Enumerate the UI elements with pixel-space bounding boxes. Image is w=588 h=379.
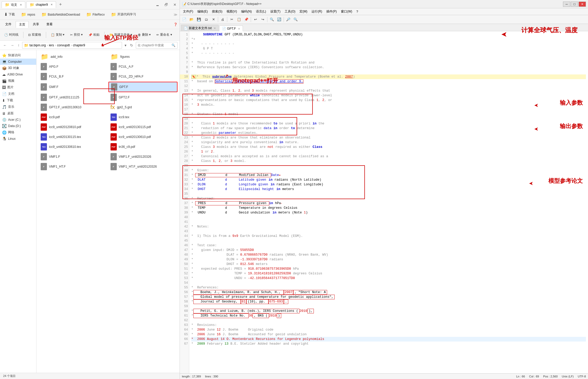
forward-button[interactable]: →	[9, 43, 15, 48]
menu-language[interactable]: 语言(L)	[254, 9, 268, 14]
close-button[interactable]: ✕	[579, 2, 586, 7]
menu-macro[interactable]: 宏(M)	[297, 9, 309, 14]
file-gptf[interactable]: F GPT.F	[108, 82, 178, 92]
close-tab-chapter9[interactable]: ✕	[51, 3, 53, 6]
help-icon[interactable]: ❓	[174, 23, 177, 26]
file-apgf[interactable]: F APG.F	[39, 62, 108, 71]
close-button-tb[interactable]: ✕	[210, 16, 217, 23]
up-button[interactable]: ↑	[17, 43, 21, 48]
maximize-icon[interactable]: 🗗	[163, 2, 170, 7]
dropdown-icon[interactable]: ▾	[124, 43, 127, 48]
close-tab-txt[interactable]: ✕	[214, 27, 216, 30]
sidebar-item-pictures[interactable]: 🖼 图片	[0, 84, 36, 91]
btn-cut[interactable]: ✂剪切 ▾	[68, 31, 84, 38]
breadcrumb[interactable]: 📁 tai.bipm.org › iers › convupdt › chapt…	[22, 42, 122, 49]
tab-lunwen[interactable]: 📁 论文 ✕	[2, 1, 25, 8]
tab-gptf[interactable]: 📄 GPT.F ✕	[219, 26, 243, 31]
sidebar-item-driveC[interactable]: 💿 Acer (C:)	[0, 117, 36, 123]
search-box[interactable]: 🔍	[136, 42, 177, 49]
file-gpt2-5[interactable]: fx gpt2_5.grd	[108, 103, 178, 112]
file-vmf1ht[interactable]: F VMF1_HT.F	[39, 162, 108, 171]
search-input[interactable]	[138, 43, 172, 47]
sidebar-item-driveD[interactable]: 💽 Data (D:)	[0, 123, 36, 129]
menu-edit[interactable]: 编辑(E)	[195, 9, 210, 14]
file-add-info[interactable]: 📁 add_info	[39, 52, 108, 61]
toolbar-download[interactable]: ⬇ 下载	[2, 11, 17, 18]
toolbar-opensource[interactable]: 📁 开源代码学习	[109, 11, 138, 18]
refresh-button[interactable]: ↻	[129, 43, 134, 48]
paste-button[interactable]: 📌	[243, 16, 250, 23]
toolbar-baidudisk[interactable]: 📁 BaiduNetdiskDownload	[39, 11, 82, 18]
save-all-button[interactable]: 🗂	[203, 16, 210, 23]
sidebar-item-videos[interactable]: 🎬 视频	[0, 78, 36, 84]
menu-settings[interactable]: 设置(T)	[268, 9, 283, 14]
file-fcul-a[interactable]: F FCUL_A.F	[108, 62, 178, 71]
file-vmf1-2012[interactable]: F VMF1.F_until20120326	[108, 152, 178, 161]
sidebar-item-3dobjects[interactable]: 📦 3D 对象	[0, 65, 36, 71]
undo-button[interactable]: ↩	[252, 16, 259, 23]
new-file-button[interactable]: 📄	[181, 16, 188, 23]
menu-encoding[interactable]: 编码(N)	[239, 9, 254, 14]
replace-button[interactable]: 🔄	[276, 16, 283, 23]
close-tab-gptf[interactable]: ✕	[238, 27, 240, 30]
file-gpt2f-2013[interactable]: F GPT2.F_until20130610	[39, 103, 108, 112]
sidebar-item-quickaccess[interactable]: ⭐ 快速访问	[0, 52, 36, 59]
sidebar-item-a360[interactable]: ☁ A360 Drive	[0, 71, 36, 78]
btn-delete[interactable]: 🗑删除 ▾	[136, 31, 153, 38]
file-icc9-2012[interactable]: PDF icc9_until20120810.pdf	[39, 122, 108, 132]
menu-run[interactable]: 运行(R)	[309, 9, 324, 14]
sidebar-item-network[interactable]: 🌐 网络	[0, 129, 36, 136]
code-content[interactable]: SUBROUTINE GPT (DMJD,DLAT,DLON,DHGT,PRES…	[189, 31, 588, 373]
ribbon-tab-view[interactable]: 查看	[43, 21, 56, 28]
btn-dual-pane[interactable]: ⊟双窗格	[26, 31, 43, 38]
save-button[interactable]: 💾	[195, 16, 202, 23]
file-fcul-b[interactable]: F FCUL_B.F	[39, 72, 108, 81]
sidebar-item-music[interactable]: 🎵 音乐	[0, 104, 36, 110]
btn-new-folder[interactable]: 📁新建文件夹 ▾	[107, 31, 134, 38]
btn-paste[interactable]: 📌粘贴	[86, 31, 102, 38]
file-icc9-tex[interactable]: TEX icc9.tex	[108, 112, 178, 122]
open-file-button[interactable]: 📂	[188, 16, 195, 23]
file-gmf[interactable]: F GMF.F	[39, 82, 108, 92]
close-icon[interactable]: ✕	[172, 2, 178, 7]
btn-copy[interactable]: 📋复制 ▾	[49, 31, 66, 38]
toolbar-repos[interactable]: 📁 repos	[19, 11, 37, 18]
ribbon-tab-home[interactable]: 主页	[16, 21, 29, 28]
print-button[interactable]: 🖨	[219, 16, 226, 23]
tab-new-txt[interactable]: 📄 新建文本文件.txt ✕	[181, 25, 219, 31]
redo-button[interactable]: ↪	[259, 16, 266, 23]
file-tn36[interactable]: PDF tn36_c9.pdf	[108, 142, 178, 151]
maximize-button[interactable]: □	[571, 2, 578, 7]
menu-file[interactable]: 文件(F)	[181, 9, 195, 14]
file-icc9-2013-tex[interactable]: TEX icc9_until20130115.tex	[39, 132, 108, 142]
minimize-icon[interactable]: 🗕	[154, 2, 161, 7]
file-icc9-0610-tex[interactable]: TEX icc9_until20130610.tex	[39, 142, 108, 151]
tab-chapter9[interactable]: 📁 chapter9 ✕	[26, 1, 56, 8]
close-tab-lunwen[interactable]: ✕	[20, 3, 22, 6]
back-button[interactable]: ←	[2, 43, 8, 48]
zoom-in-button[interactable]: 🔎	[285, 16, 292, 23]
sidebar-item-downloads[interactable]: ⬇ 下载	[0, 97, 36, 104]
cut-button[interactable]: ✂	[228, 16, 235, 23]
file-fcul-zd[interactable]: F FCUL_ZD_HPA.F	[108, 72, 178, 81]
zoom-out-button[interactable]: 🔍	[292, 16, 299, 23]
find-button[interactable]: 🔍	[268, 16, 275, 23]
file-gptf-2011[interactable]: F GPT.F_until20111125	[39, 93, 108, 102]
file-vmf1ht-2012[interactable]: F VMF1_HT.F_until20120326	[108, 162, 178, 171]
ribbon-tab-share[interactable]: 共享	[30, 21, 42, 28]
minimize-button[interactable]: ─	[563, 2, 570, 7]
ribbon-tab-file[interactable]: 文件	[2, 21, 15, 28]
toolbar-filerecv[interactable]: 📁 FileRecv	[84, 11, 107, 18]
menu-tools[interactable]: 工具(O)	[283, 9, 297, 14]
file-icc9-pdf[interactable]: PDF icc9.pdf	[39, 112, 108, 122]
btn-timeline[interactable]: 🕐时间线	[2, 31, 21, 38]
file-gpt2f[interactable]: F GPT2.F	[108, 93, 178, 102]
sidebar-item-desktop[interactable]: 🖥 桌面	[0, 110, 36, 117]
file-icc9-2013-pdf[interactable]: PDF icc9_until20130115.pdf	[108, 122, 178, 132]
file-icc9-0610-pdf[interactable]: PDF icc9_until20130610.pdf	[108, 132, 178, 142]
new-tab-button[interactable]: +	[57, 1, 64, 8]
sidebar-item-documents[interactable]: 📄 文档	[0, 91, 36, 97]
menu-plugins[interactable]: 插件(P)	[324, 9, 339, 14]
file-figures[interactable]: 📁 figures	[108, 52, 178, 61]
sidebar-item-linux[interactable]: 🐧 Linux	[0, 136, 36, 142]
